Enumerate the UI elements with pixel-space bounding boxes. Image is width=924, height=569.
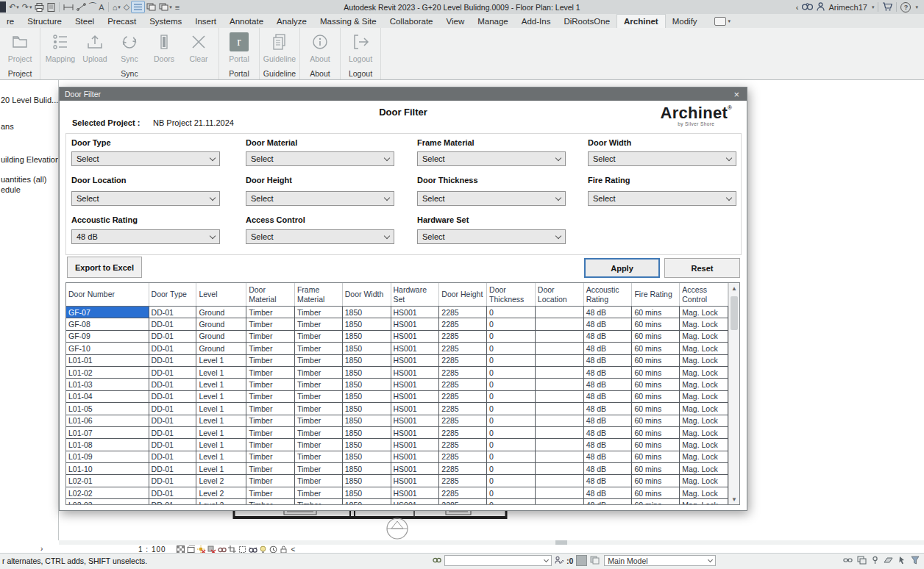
table-cell[interactable]: L02-02 (66, 487, 149, 499)
table-cell[interactable]: Level 2 (196, 499, 246, 504)
undo-icon[interactable]: ↶▾ (7, 1, 21, 12)
collapse-arrow-icon[interactable]: ‹ (796, 3, 799, 12)
table-cell[interactable]: 2285 (439, 379, 487, 390)
table-cell[interactable]: Mag. Lock (680, 415, 728, 427)
table-cell[interactable]: Mag. Lock (680, 355, 728, 367)
about-button[interactable]: About (304, 30, 336, 63)
table-cell[interactable]: Timber (295, 331, 343, 343)
table-cell[interactable]: Mag. Lock (680, 318, 728, 330)
table-cell[interactable]: Mag. Lock (680, 463, 728, 475)
table-cell[interactable]: 2285 (439, 463, 487, 475)
panel-display-toggle[interactable]: ▾ (714, 14, 731, 28)
table-cell[interactable]: 1850 (343, 403, 391, 415)
aligned-dimension-icon[interactable] (75, 1, 88, 12)
table-cell[interactable]: 1850 (343, 355, 391, 367)
table-cell[interactable] (536, 427, 584, 439)
table-cell[interactable]: 48 dB (584, 318, 633, 330)
table-cell[interactable]: Timber (295, 499, 343, 504)
table-cell[interactable]: HS001 (391, 463, 440, 475)
column-header[interactable]: Door Location (536, 283, 584, 306)
table-cell[interactable]: 48 dB (584, 367, 633, 379)
browser-item[interactable]: 20 Level Bulid... (1, 96, 58, 104)
table-cell[interactable]: DD-01 (149, 355, 197, 367)
table-cell[interactable]: 2285 (439, 475, 487, 487)
table-cell[interactable]: 0 (487, 463, 536, 475)
column-header[interactable]: Fire Rating (632, 283, 680, 306)
table-row[interactable]: L02-02DD-01Level 2TimberTimber1850HS0012… (66, 487, 728, 499)
tab-precast[interactable]: Precast (101, 14, 143, 28)
door-type-select[interactable]: Select (71, 151, 220, 166)
table-cell[interactable]: DD-01 (149, 343, 197, 354)
guideline-button[interactable]: Guideline (263, 30, 296, 63)
table-cell[interactable]: 60 mins (632, 439, 680, 451)
table-cell[interactable]: Level 1 (196, 367, 246, 379)
browser-item[interactable]: uantities (all) (1, 175, 46, 184)
reset-button[interactable]: Reset (664, 258, 740, 278)
table-cell[interactable]: Timber (246, 427, 295, 439)
table-cell[interactable]: DD-01 (149, 451, 197, 463)
table-cell[interactable]: 2285 (439, 355, 487, 367)
tab-massing-site[interactable]: Massing & Site (313, 14, 383, 28)
table-cell[interactable]: 2285 (439, 427, 487, 439)
table-cell[interactable]: 2285 (439, 331, 487, 343)
doors-button[interactable]: Doors (148, 30, 180, 63)
table-cell[interactable]: 60 mins (632, 355, 680, 367)
worksharing-user-icon[interactable] (433, 557, 441, 565)
print-icon[interactable] (33, 1, 46, 12)
table-cell[interactable]: Ground (196, 318, 246, 330)
table-cell[interactable]: Timber (246, 355, 295, 367)
accoustic-rating-select[interactable]: 48 dB (71, 229, 220, 244)
scroll-up-icon[interactable]: ▲ (729, 283, 739, 293)
column-header[interactable]: Door Width (343, 283, 391, 306)
table-cell[interactable]: 0 (487, 331, 536, 343)
table-cell[interactable]: 1850 (343, 439, 391, 451)
application-menu-icon[interactable] (0, 1, 6, 12)
table-cell[interactable]: Timber (295, 391, 343, 403)
table-cell[interactable]: GF-09 (66, 331, 149, 343)
access-control-select[interactable]: Select (246, 229, 394, 244)
redo-icon[interactable]: ↷▾ (21, 1, 34, 12)
table-cell[interactable]: Level 1 (196, 451, 246, 463)
panel-label[interactable]: Project (0, 67, 40, 79)
table-cell[interactable]: L01-09 (66, 451, 149, 463)
thin-lines-icon[interactable] (131, 1, 145, 13)
table-cell[interactable]: 0 (487, 499, 536, 504)
tab-re[interactable]: re (0, 14, 21, 28)
table-row[interactable]: L02-01DD-01Level 2TimberTimber1850HS0012… (66, 475, 728, 487)
table-cell[interactable]: Timber (246, 403, 295, 415)
table-cell[interactable]: DD-01 (149, 475, 197, 487)
table-cell[interactable]: Level 1 (196, 379, 246, 390)
select-pinned-icon[interactable] (871, 556, 879, 566)
tab-insert[interactable]: Insert (188, 14, 223, 28)
table-cell[interactable]: Mag. Lock (680, 451, 728, 463)
table-cell[interactable]: 48 dB (584, 403, 633, 415)
table-cell[interactable] (536, 463, 584, 475)
table-cell[interactable]: 0 (487, 355, 536, 367)
column-header[interactable]: Door Height (439, 283, 487, 306)
table-cell[interactable]: L01-04 (66, 391, 149, 403)
user-caret-icon[interactable]: ▾ (872, 4, 875, 10)
column-header[interactable]: Door Number (66, 283, 149, 306)
project-button[interactable]: Project (4, 30, 36, 63)
table-cell[interactable]: Timber (295, 318, 343, 330)
table-cell[interactable]: Timber (295, 475, 343, 487)
table-cell[interactable] (536, 367, 584, 379)
table-cell[interactable]: DD-01 (149, 487, 197, 499)
tab-annotate[interactable]: Annotate (223, 14, 270, 28)
table-cell[interactable] (536, 487, 584, 499)
table-cell[interactable]: L02-01 (66, 475, 149, 487)
table-row[interactable]: L01-01DD-01Level 1TimberTimber1850HS0012… (66, 355, 728, 367)
app-store-cart-icon[interactable] (882, 2, 892, 12)
table-cell[interactable]: 2285 (439, 403, 487, 415)
table-cell[interactable]: 48 dB (584, 355, 633, 367)
table-cell[interactable]: GF-08 (66, 318, 149, 330)
table-cell[interactable]: 0 (487, 307, 536, 318)
table-cell[interactable]: 0 (487, 367, 536, 379)
upload-button[interactable]: Upload (79, 30, 111, 63)
table-cell[interactable]: Timber (295, 487, 343, 499)
table-cell[interactable]: 1850 (343, 475, 391, 487)
tab-systems[interactable]: Systems (143, 14, 188, 28)
table-cell[interactable]: Level 1 (196, 415, 246, 427)
table-cell[interactable]: Mag. Lock (680, 379, 728, 390)
table-cell[interactable]: DD-01 (149, 379, 197, 390)
